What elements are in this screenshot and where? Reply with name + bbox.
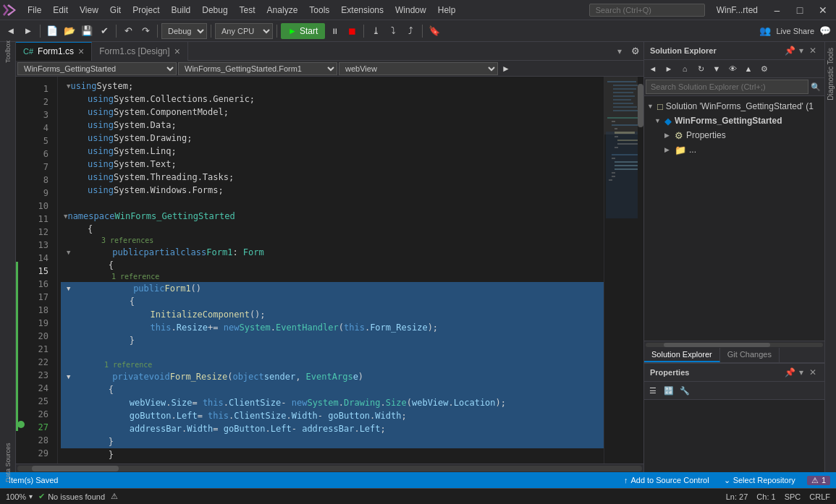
se-refresh-btn[interactable]: ↻	[693, 61, 708, 76]
se-pin-button[interactable]: 📌	[784, 45, 795, 56]
menu-view[interactable]: View	[74, 4, 104, 17]
se-forward-btn[interactable]: ►	[662, 61, 676, 76]
start-button[interactable]: ► Start	[281, 23, 325, 39]
prop-categorized-btn[interactable]: ☰	[646, 383, 660, 398]
menu-window[interactable]: Window	[389, 4, 432, 17]
select-repository-item[interactable]: ⌄ Select Repository	[721, 476, 798, 485]
crlf-item[interactable]: CRLF	[809, 492, 830, 501]
menu-build[interactable]: Build	[166, 4, 197, 17]
close-button[interactable]: ✕	[813, 0, 833, 20]
menu-search-input[interactable]	[589, 4, 705, 17]
zoom-item[interactable]: 100% ▾	[6, 492, 33, 501]
undo-button[interactable]: ↶	[120, 23, 136, 39]
class-dropdown[interactable]: WinForms_GettingStarted.Form1	[178, 62, 337, 75]
diagnostic-tools-label[interactable]: Diagnostic Tools	[827, 45, 835, 103]
menu-extensions[interactable]: Extensions	[335, 4, 389, 17]
stop-button[interactable]: ◼	[344, 23, 360, 39]
se-show-all-btn[interactable]: 👁	[725, 61, 740, 76]
se-collapse-btn[interactable]: ▲	[741, 61, 756, 76]
data-sources-tab[interactable]: Data Sources	[1, 456, 14, 469]
se-tab-solution-explorer[interactable]: Solution Explorer	[644, 348, 720, 362]
prop-pin-button[interactable]: 📌	[784, 367, 795, 378]
svg-rect-14	[615, 132, 635, 134]
se-home-btn[interactable]: ⌂	[677, 61, 692, 76]
maximize-button[interactable]: □	[790, 0, 810, 20]
tree-properties[interactable]: ▶ ⚙ Properties	[644, 128, 824, 142]
back-button[interactable]: ◄	[3, 23, 19, 39]
pause-button[interactable]: ⏸	[326, 23, 342, 39]
config-dropdown[interactable]: Debug	[161, 23, 207, 39]
tree-additional-arrow[interactable]: ▶	[664, 146, 672, 153]
tree-project-arrow[interactable]: ▼	[654, 117, 662, 124]
redo-button[interactable]: ↷	[138, 23, 153, 39]
editor-hscroll-thumb[interactable]	[32, 466, 119, 471]
tab-form1-cs-icon: C#	[23, 47, 33, 56]
nav-expand-button[interactable]: ►	[499, 62, 512, 75]
prop-close-button[interactable]: ✕	[807, 367, 819, 378]
code-line-1: ▼using System;	[61, 80, 604, 93]
save-all-button[interactable]: ✔	[96, 23, 112, 39]
tree-properties-arrow[interactable]: ▶	[664, 132, 672, 139]
save-button[interactable]: 💾	[79, 23, 95, 39]
minimize-button[interactable]: ‒	[767, 0, 787, 20]
menu-edit[interactable]: Edit	[47, 4, 74, 17]
live-share-label[interactable]: Live Share	[776, 27, 814, 35]
spc-item[interactable]: SPC	[785, 492, 801, 501]
menu-help[interactable]: Help	[432, 4, 462, 17]
se-back-btn[interactable]: ◄	[646, 61, 660, 76]
menu-debug[interactable]: Debug	[196, 4, 233, 17]
tree-project[interactable]: ▼ ◆ WinForms_GettingStarted	[644, 114, 824, 128]
se-hscroll-thumb[interactable]	[664, 343, 770, 347]
feedback-button[interactable]: 💬	[817, 23, 833, 39]
code-content[interactable]: ▼using System; using System.Collections.…	[58, 77, 604, 464]
forward-button[interactable]: ►	[20, 23, 36, 39]
toolbox-tab[interactable]: Toolbox	[1, 45, 14, 58]
prop-alphabetical-btn[interactable]: 🔡	[662, 383, 676, 398]
menu-file[interactable]: File	[22, 4, 47, 17]
tree-additional[interactable]: ▶ 📁 ...	[644, 142, 824, 157]
se-tree[interactable]: ▼ □ Solution 'WinForms_GettingStarted' (…	[644, 96, 824, 341]
zoom-icon: ▾	[29, 492, 33, 500]
no-issues-item[interactable]: ✔ No issues found	[38, 492, 105, 501]
se-properties-btn[interactable]: ⚙	[757, 61, 772, 76]
platform-dropdown[interactable]: Any CPU	[215, 23, 273, 39]
se-tab-git-changes[interactable]: Git Changes	[720, 348, 780, 362]
tab-form1-design[interactable]: Form1.cs [Design] ×	[92, 42, 188, 61]
error-item[interactable]: ⚠ 1	[807, 476, 830, 485]
menu-project[interactable]: Project	[127, 4, 165, 17]
se-search-input[interactable]	[646, 80, 808, 94]
tree-properties-label: Properties	[686, 130, 726, 140]
tree-solution-arrow[interactable]: ▼	[647, 103, 654, 110]
step-out-button[interactable]: ⤴	[402, 23, 418, 39]
open-button[interactable]: 📂	[62, 23, 77, 39]
tree-solution[interactable]: ▼ □ Solution 'WinForms_GettingStarted' (…	[644, 99, 824, 114]
se-chevron-button[interactable]: ▾	[795, 45, 807, 56]
tab-form1-cs[interactable]: C# Form1.cs ×	[16, 42, 92, 61]
items-saved-item[interactable]: Item(s) Saved	[6, 476, 61, 484]
menu-test[interactable]: Test	[234, 4, 261, 17]
add-to-source-item[interactable]: ↑ Add to Source Control	[621, 476, 712, 484]
menu-tools[interactable]: Tools	[303, 4, 335, 17]
menu-analyze[interactable]: Analyze	[261, 4, 304, 17]
se-close-button[interactable]: ✕	[807, 45, 819, 56]
se-search-icon[interactable]: 🔍	[808, 80, 823, 94]
tab-overflow-button[interactable]: ▾	[612, 46, 628, 56]
se-hscroll-bar[interactable]	[646, 343, 823, 347]
step-into-button[interactable]: ⤵	[385, 23, 401, 39]
tab-settings-button[interactable]: ⚙	[628, 43, 643, 59]
prop-wrench-btn[interactable]: 🔧	[677, 383, 692, 398]
tab-form1-cs-close[interactable]: ×	[78, 46, 84, 57]
prop-chevron-button[interactable]: ▾	[795, 367, 807, 378]
bookmark-button[interactable]: 🔖	[426, 23, 442, 39]
member-dropdown[interactable]: webView	[339, 62, 498, 75]
minimap-vscroll-thumb[interactable]	[638, 84, 643, 127]
warning-item[interactable]: ⚠	[111, 492, 118, 501]
namespace-dropdown[interactable]: WinForms_GettingStarted	[17, 62, 177, 75]
tab-form1-design-close[interactable]: ×	[174, 46, 180, 57]
se-filter-btn[interactable]: ▼	[709, 61, 724, 76]
menu-git[interactable]: Git	[104, 4, 127, 17]
step-over-button[interactable]: ⤓	[368, 23, 384, 39]
editor-hscroll-bar[interactable]	[17, 466, 642, 471]
editor-area: C# Form1.cs × Form1.cs [Design] × ▾ ⚙ Wi…	[16, 42, 643, 472]
new-file-button[interactable]: 📄	[44, 23, 60, 39]
